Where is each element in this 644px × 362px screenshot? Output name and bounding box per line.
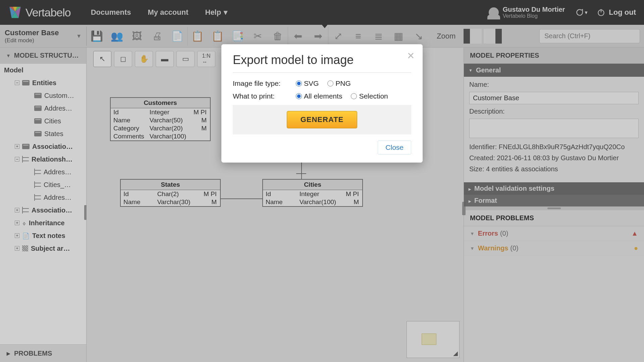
export-image-modal: ✕ Export model to image Image file type:…	[221, 44, 423, 163]
print-scope-label: What to print:	[233, 92, 290, 100]
filetype-label: Image file type:	[233, 79, 290, 87]
modal-backdrop: ✕ Export model to image Image file type:…	[0, 0, 644, 362]
radio-png[interactable]: PNG	[327, 79, 351, 87]
close-icon[interactable]: ✕	[407, 50, 415, 61]
modal-title: Export model to image	[233, 53, 411, 73]
generate-button[interactable]: GENERATE	[287, 111, 358, 128]
radio-all-elements[interactable]: All elements	[296, 92, 342, 100]
close-button[interactable]: Close	[378, 140, 411, 155]
radio-svg[interactable]: SVG	[296, 79, 319, 87]
radio-selection[interactable]: Selection	[351, 92, 388, 100]
